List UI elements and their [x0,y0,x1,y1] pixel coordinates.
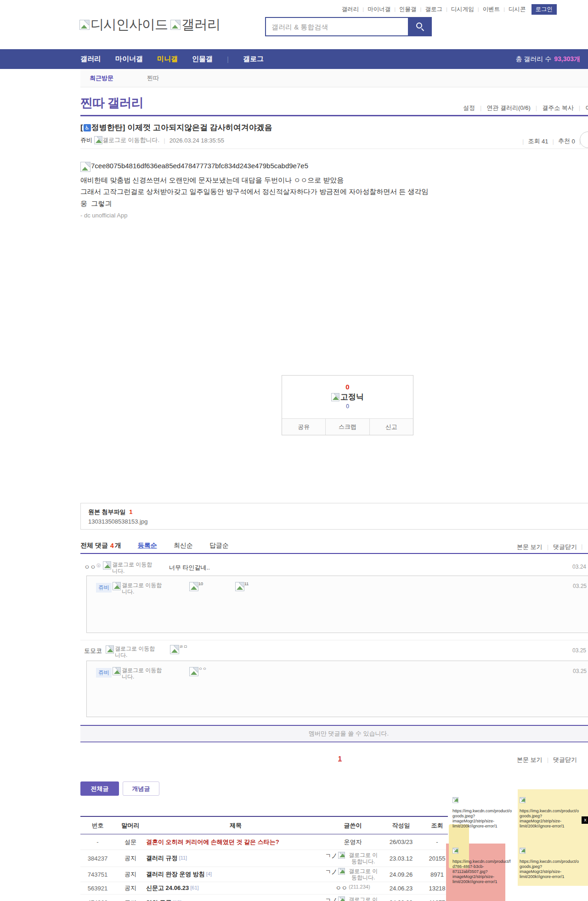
recommend-label: 추천 [558,137,570,145]
row-title-link[interactable]: 영화 목록[15] [146,899,325,901]
nav-item-persongal[interactable]: 인물갤 [192,55,213,63]
gallery-menu-settings[interactable]: 설정 [463,104,475,112]
row-no: 474866 [80,899,115,901]
ad-broken-image[interactable]: https://img.kwcdn.com/product/o goods.jp… [520,792,584,829]
toplink-dccon[interactable]: 디시콘 [500,6,526,13]
comment-page-1[interactable]: 1 [338,755,342,762]
gallery-menu-related[interactable]: 연관 갤러리(0/6) [475,104,531,112]
all-posts-button[interactable]: 전체글 [80,781,119,796]
member-badge[interactable]: 쥬비 [96,583,112,593]
total-gallery-label: 총 갤러리 수 [515,55,551,63]
toplink-minorgal[interactable]: 마이너갤 [359,6,390,13]
author-nick: ㄱノ [325,852,337,860]
attachment-filename[interactable]: 130313508538153.jpg [88,518,588,525]
reply-count: [4] [206,871,212,877]
author-nick: 운영자 [344,838,362,846]
member-badge[interactable]: 쥬비 [96,668,112,678]
row-author[interactable]: ㄱノ 갤로그로 이동합니다. [325,868,380,881]
comments-total-label: 전체 댓글 [80,542,108,550]
more-options-button[interactable] [580,131,588,148]
scrap-button[interactable]: 스크랩 [325,419,369,435]
gallog-alt-text: 갤로그로 이동합니다. [349,852,378,865]
ad-broken-image[interactable]: https://img.kwcdn.com/product/o goods.jp… [520,843,584,879]
row-title-link[interactable]: 결혼이 오히려 커리어에 손해였던 것 같은 스타는? [146,838,325,846]
gallog-alt-text: 갤로그로 이동합니다. [349,868,378,881]
recommend-value: 0 [572,138,575,145]
recent-visit-bar: 최근방문 찐따 [80,69,588,87]
row-date: 24.06.23 [380,885,422,892]
post-body-line: 그래서 고작그런걸로 상처받아갖고 일주일동안 방구석에서 정신적살자하다가 방… [80,188,429,196]
gallog-broken-image-icon [106,645,114,654]
row-author[interactable]: ㄱノ 갤로그로 이동합니다. [325,852,380,865]
reply-count: [61] [190,885,198,890]
recent-visit-label[interactable]: 최근방문 [90,74,113,82]
reply-gallog[interactable]: 갤로그로 이동합니다. [113,582,167,595]
toplink-event[interactable]: 이벤트 [474,6,500,13]
row-date: 23.03.12 [380,855,422,862]
comment-gallog[interactable]: 갤로그로 이동합니다. [103,561,157,574]
ad-close-button[interactable]: x [582,816,588,824]
ad-broken-image[interactable]: https://img.kwcdn.com/product/f d786-486… [452,843,517,884]
row-author[interactable]: 운영자 [325,838,380,846]
view-post-link[interactable]: 본문 보기 [517,543,543,551]
post-category[interactable]: 정병한탄 [91,122,123,133]
separator: | [581,543,582,551]
view-post-link[interactable]: 본문 보기 [517,756,543,764]
dcinside-gallery-page: 갤러리 마이너갤 인물갤 갤로그 디시게임 이벤트 디시콘 로그인 디시인사이드… [0,0,588,901]
gallog-alt-text[interactable]: 갤로그로 이동합니다. [102,136,159,144]
row-title-link[interactable]: 갤러리 규정[11] [146,854,325,862]
reply-gallog[interactable]: 갤로그로 이동합니다. [113,667,167,680]
sort-newest[interactable]: 최신순 [174,542,193,550]
sort-reply[interactable]: 답글순 [209,542,229,550]
row-author[interactable]: ㄱノ 갤로그로 이동합니다. [325,896,380,901]
recent-visit-gallery[interactable]: 찐따 [147,74,159,82]
nav-item-gallog[interactable]: 갤로그 [243,55,264,63]
post-stats: | 조회 41 | 추천 0 | [518,137,585,145]
recommend-top[interactable]: 0 고정닉 0 [282,376,413,418]
dccon-broken-image[interactable]: 10 [189,582,203,591]
nav-item-gallery[interactable]: 갤러리 [80,55,101,63]
ad-broken-image[interactable]: https://img.kwcdn.com/product/o goods.jp… [452,792,517,829]
report-button[interactable]: 신고 [369,419,413,435]
post-broken-image: 7cee8075b4816df636ea85ed478477737bfc834d… [80,162,308,172]
post-action-buttons: 공유 스크랩 신고 [282,418,413,435]
dccon-broken-image[interactable]: ㅇㅇ [189,667,207,676]
row-author[interactable]: ㅇㅇ (211.234) [325,884,380,892]
gallery-menu-guide[interactable]: 이용안내 [574,104,588,112]
broken-image-icon [520,797,526,803]
row-title-link[interactable]: 신문고 24.06.23[61] [146,884,325,892]
gallery-menu-copy-url[interactable]: 갤주소 복사 [531,104,574,112]
comment-date: 03.25 [572,647,586,654]
toplink-gallog[interactable]: 갤로그 [417,6,442,13]
toplink-persongal[interactable]: 인물갤 [390,6,416,13]
gallog-broken-image-icon[interactable] [94,136,102,144]
sort-registered[interactable]: 등록순 [138,542,157,550]
nav-item-minigal-active[interactable]: 미니갤 [157,55,178,63]
comment-gallog[interactable]: 갤로그로 이동합니다. [106,645,160,658]
comment-nick[interactable]: ㅇㅇⓤ [84,563,101,571]
close-comments-link[interactable]: 댓글닫기 [543,543,577,551]
best-posts-button[interactable]: 개념글 [123,781,159,796]
col-author: 글쓴이 [325,821,380,830]
row-title-link[interactable]: 갤러리 완장 운영 방침[4] [146,870,325,878]
post-author-nick[interactable]: 쥬비 [80,136,92,144]
broken-image-icon [170,645,179,654]
row-category: 공지 [115,870,146,878]
toplink-gallery[interactable]: 갤러리 [342,6,359,13]
dccon-broken-image[interactable]: ㄹㅁ [170,645,187,654]
search-input[interactable] [266,18,408,35]
gallog-alt-text: 갤로그로 이동합니다. [122,667,162,680]
gallery-title[interactable]: 찐따 갤러리 [80,95,143,111]
title-text: 신문고 24.06.23 [146,884,189,891]
site-logo[interactable]: 디시인사이드 갤러리 [79,16,220,34]
close-comments-link[interactable]: 댓글닫기 [543,756,577,764]
search-button[interactable] [409,17,432,36]
author-nick: ㅇㅇ [335,884,347,892]
login-button[interactable]: 로그인 [531,4,557,15]
post-header-divider [80,148,588,149]
nav-item-minorgal[interactable]: 마이너갤 [115,55,143,63]
toplink-dcgame[interactable]: 디시게임 [442,6,474,13]
share-button[interactable]: 공유 [282,419,325,435]
comment-nick[interactable]: 토모코 [84,647,102,655]
dccon-broken-image[interactable]: 11 [235,582,249,591]
